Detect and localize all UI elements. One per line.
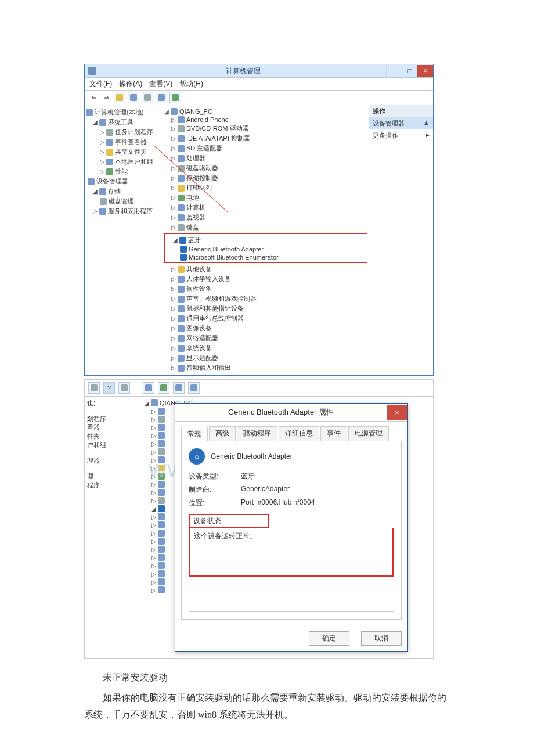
tree-item[interactable]: ▷性能 [86, 167, 161, 177]
tools-icon [99, 119, 106, 126]
device-cat[interactable]: ▷人体学输入设备 [164, 274, 367, 284]
properties-screenshot: www.bdocx.com ? 也) 划程序 看器 件夹 户和组 理器 理 程序 [84, 379, 434, 659]
tree-disk-mgmt[interactable]: 磁盘管理 [86, 196, 161, 206]
other-icon [178, 266, 185, 273]
device-cat[interactable]: ▷DVD/CD-ROM 驱动器 [164, 124, 367, 134]
device-cat[interactable]: ▷鼠标和其他指针设备 [164, 304, 367, 314]
device-cat[interactable]: ▷计算机 [164, 203, 367, 213]
device-cat[interactable]: ▷处理器 [164, 153, 367, 163]
tab-general[interactable]: 常规 [181, 427, 208, 441]
device-cat[interactable]: ▷电池 [164, 193, 367, 203]
generic-icon [158, 497, 165, 504]
tab-details[interactable]: 详细信息 [279, 426, 319, 441]
generic-icon [158, 448, 165, 455]
tree-system-tools[interactable]: ◢系统工具 [86, 117, 161, 127]
toolbar-btn[interactable] [188, 382, 200, 394]
tree-root[interactable]: 计算机管理(本地) [86, 107, 161, 117]
devmgr-toolbar: ? [85, 380, 433, 397]
toolbar-btn-2[interactable] [128, 92, 139, 103]
toolbar-btn[interactable] [118, 382, 130, 394]
device-cat[interactable]: ▷网络适配器 [164, 333, 367, 343]
close-button[interactable]: × [417, 65, 433, 77]
tree-item[interactable]: ▷任务计划程序 [86, 127, 161, 137]
tree-services[interactable]: ▷服务和应用程序 [86, 206, 161, 216]
scan-icon [145, 384, 152, 391]
more-actions[interactable]: 更多操作 ▸ [369, 129, 433, 142]
tab-advanced[interactable]: 高级 [209, 426, 236, 441]
tab-driver[interactable]: 驱动程序 [237, 426, 277, 441]
scan-icon [172, 94, 179, 101]
generic-icon [158, 538, 165, 545]
back-button[interactable]: ⇦ [88, 92, 99, 103]
ok-button[interactable]: 确定 [309, 631, 349, 646]
list-icon [121, 384, 128, 391]
toolbar-btn[interactable] [173, 382, 185, 394]
menu-file[interactable]: 文件(F) [89, 79, 112, 89]
tree-storage[interactable]: ◢存储 [86, 186, 161, 196]
generic-icon [158, 416, 165, 423]
device-cat[interactable]: ▷磁盘驱动器 [164, 163, 367, 173]
device-cat[interactable]: ▷显示适配器 [164, 353, 367, 363]
dialog-close-button[interactable]: × [387, 405, 407, 420]
device-cat[interactable]: ▷IDE ATA/ATAPI 控制器 [164, 134, 367, 143]
menu-view[interactable]: 查看(V) [149, 79, 172, 89]
maximize-button[interactable]: □ [402, 65, 417, 77]
audio-io-icon [178, 365, 185, 372]
dialog-tabs: 常规 高级 驱动程序 详细信息 事件 电源管理 [175, 422, 407, 441]
actions-context: 设备管理器 ▲ [369, 117, 433, 129]
tree-device-manager[interactable]: 设备管理器 [86, 177, 161, 186]
actions-header: 操作 [369, 105, 433, 117]
label-type: 设备类型: [189, 471, 241, 481]
label-loc: 位置: [189, 498, 241, 508]
bluetooth-highlight: ◢蓝牙 Generic Bluetooth Adapter Microsoft … [164, 233, 367, 263]
tree-item[interactable]: ▷本地用户和组 [86, 157, 161, 167]
battery-icon [178, 195, 185, 201]
device-bluetooth[interactable]: ◢蓝牙 [166, 235, 366, 245]
device-cat[interactable]: ▷Android Phone [164, 116, 367, 124]
device-cat[interactable]: ▷SD 主适配器 [164, 143, 367, 153]
generic-icon [158, 424, 165, 431]
perf-icon [106, 168, 113, 175]
device-cat[interactable]: ▷图像设备 [164, 323, 367, 333]
tab-power[interactable]: 电源管理 [348, 426, 389, 441]
device-cat[interactable]: ▷键盘 [164, 222, 367, 232]
generic-icon [158, 440, 165, 447]
enable-icon [160, 384, 167, 391]
device-cat[interactable]: ▷监视器 [164, 213, 367, 222]
generic-icon [158, 521, 165, 528]
toolbar-btn-1[interactable] [114, 92, 125, 103]
toolbar-btn[interactable]: ? [103, 382, 115, 394]
device-cat[interactable]: ▷通用串行总线控制器 [164, 314, 367, 323]
device-cat[interactable]: ▷软件设备 [164, 284, 367, 294]
device-cat[interactable]: ▷系统设备 [164, 343, 367, 353]
generic-icon [158, 489, 165, 496]
device-cat[interactable]: ▷其他设备 [164, 264, 367, 274]
tree-item[interactable]: ▷共享文件夹 [86, 147, 161, 157]
dialog-titlebar: Generic Bluetooth Adapter 属性 × [175, 404, 407, 422]
toolbar-btn[interactable] [158, 382, 169, 394]
cancel-button[interactable]: 取消 [361, 631, 402, 646]
device-cat[interactable]: ▷音频输入和输出 [164, 363, 367, 373]
toolbar-btn-5[interactable] [169, 92, 181, 103]
device-bt-adapter[interactable]: Generic Bluetooth Adapter [166, 245, 366, 253]
device-bt-enum[interactable]: Microsoft Bluetooth Enumerator [166, 253, 366, 261]
toolbar-btn-3[interactable] [142, 92, 153, 103]
toolbar-btn[interactable] [143, 382, 154, 394]
row-manufacturer: 制造商: GenericAdapter [189, 485, 394, 495]
tree-item[interactable]: ▷事件查看器 [86, 137, 161, 147]
minimize-button[interactable]: – [386, 65, 402, 77]
toolbar-btn[interactable] [88, 382, 100, 394]
soft-dev-icon [178, 286, 185, 293]
tab-general-body: ⌂ Generic Bluetooth Adapter 设备类型: 蓝牙 制造商… [181, 441, 402, 620]
menu-action[interactable]: 操作(A) [119, 79, 142, 89]
uninstall-icon [190, 384, 197, 391]
tab-events[interactable]: 事件 [320, 426, 347, 441]
forward-button[interactable]: ⇨ [101, 92, 111, 103]
device-root[interactable]: ◢QIANG_PC [164, 107, 367, 116]
menu-help[interactable]: 帮助(H) [179, 79, 203, 89]
device-cat[interactable]: ▷打印队列 [164, 183, 367, 193]
disk-icon [100, 198, 107, 205]
device-cat[interactable]: ▷声音、视频和游戏控制器 [164, 294, 367, 304]
toolbar-btn-4[interactable] [156, 92, 167, 103]
row-type: 设备类型: 蓝牙 [189, 471, 394, 481]
